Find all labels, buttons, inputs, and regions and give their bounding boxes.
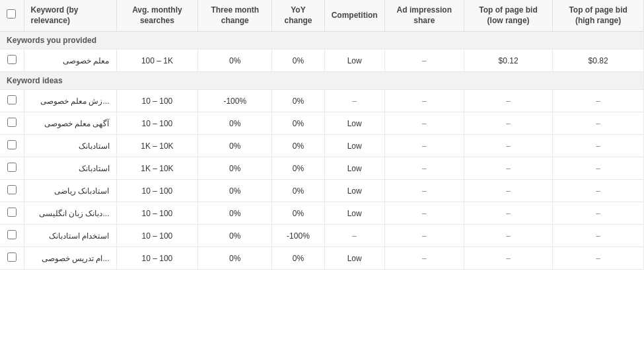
three-month-cell: 0% (198, 135, 272, 157)
ad-impression-cell: – (384, 247, 464, 270)
row-checkbox-cell[interactable] (0, 90, 24, 112)
avg-monthly-cell: 10 – 100 (116, 180, 198, 202)
top-bid-low-cell: – (464, 225, 552, 247)
section-title: Keywords you provided (0, 32, 644, 50)
three-month-header: Three month change (198, 0, 272, 32)
ad-impression-cell: – (384, 180, 464, 202)
yoy-cell: 0% (272, 50, 324, 72)
top-bid-low-cell: – (464, 180, 552, 202)
three-month-cell: 0% (198, 50, 272, 72)
keyword-cell: آگهی معلم خصوصی (24, 112, 116, 135)
competition-cell: Low (324, 202, 384, 225)
top-bid-low-label: Top of page bid (low range) (479, 5, 537, 25)
keyword-cell: استادبانک (24, 135, 116, 157)
row-checkbox-cell[interactable] (0, 202, 24, 225)
row-checkbox-cell[interactable] (0, 180, 24, 202)
yoy-cell: 0% (272, 135, 324, 157)
ad-impression-cell: – (384, 135, 464, 157)
row-checkbox-cell[interactable] (0, 112, 24, 135)
top-bid-high-cell: – (553, 225, 644, 247)
top-bid-low-cell: – (464, 202, 552, 225)
yoy-cell: 0% (272, 202, 324, 225)
row-checkbox-cell[interactable] (0, 225, 24, 247)
yoy-cell: -100% (272, 225, 324, 247)
table-row: آگهی معلم خصوصی10 – 1000%0%Low––– (0, 112, 644, 135)
avg-monthly-cell: 10 – 100 (116, 90, 198, 112)
table-row: معلم خصوصی100 – 1K0%0%Low–$0.12$0.82 (0, 50, 644, 72)
table-row: استادبانک ریاضی10 – 1000%0%Low––– (0, 180, 644, 202)
avg-monthly-cell: 10 – 100 (116, 202, 198, 225)
top-bid-high-cell: $0.82 (553, 50, 644, 72)
keyword-cell: استادبانک (24, 157, 116, 180)
competition-cell: Low (324, 112, 384, 135)
avg-monthly-cell: 1K – 10K (116, 135, 198, 157)
top-bid-high-cell: – (553, 112, 644, 135)
avg-monthly-cell: 10 – 100 (116, 247, 198, 270)
top-bid-low-cell: – (464, 90, 552, 112)
table-header-row: Keyword (by relevance) Avg. monthly sear… (0, 0, 644, 32)
top-bid-high-cell: – (553, 135, 644, 157)
table-container: Keyword (by relevance) Avg. monthly sear… (0, 0, 644, 270)
row-checkbox-cell[interactable] (0, 50, 24, 72)
row-checkbox[interactable] (7, 95, 17, 104)
row-checkbox-cell[interactable] (0, 247, 24, 270)
ad-impression-cell: – (384, 157, 464, 180)
top-bid-low-cell: $0.12 (464, 50, 552, 72)
section-header-row: Keyword ideas (0, 72, 644, 90)
yoy-header: YoY change (272, 0, 324, 32)
row-checkbox[interactable] (7, 140, 17, 149)
row-checkbox[interactable] (7, 252, 17, 262)
yoy-cell: 0% (272, 112, 324, 135)
table-row: ...ام تدریس خصوصی10 – 1000%0%Low––– (0, 247, 644, 270)
ad-impression-cell: – (384, 202, 464, 225)
row-checkbox-cell[interactable] (0, 135, 24, 157)
competition-cell: Low (324, 180, 384, 202)
competition-cell: Low (324, 247, 384, 270)
three-month-cell: 0% (198, 180, 272, 202)
three-month-cell: 0% (198, 202, 272, 225)
competition-cell: – (324, 225, 384, 247)
top-bid-low-header: Top of page bid (low range) (464, 0, 552, 32)
three-month-cell: 0% (198, 225, 272, 247)
top-bid-high-cell: – (553, 180, 644, 202)
avg-monthly-cell: 100 – 1K (116, 50, 198, 72)
avg-monthly-cell: 10 – 100 (116, 112, 198, 135)
table-row: استادبانک1K – 10K0%0%Low––– (0, 135, 644, 157)
select-all-header[interactable] (0, 0, 24, 32)
table-body: Keywords you providedمعلم خصوصی100 – 1K0… (0, 32, 644, 270)
competition-label: Competition (332, 11, 378, 20)
select-all-checkbox[interactable] (7, 9, 16, 19)
ad-impression-label: Ad impression share (397, 5, 452, 25)
competition-cell: Low (324, 50, 384, 72)
ad-impression-header: Ad impression share (384, 0, 464, 32)
avg-monthly-cell: 1K – 10K (116, 157, 198, 180)
row-checkbox-cell[interactable] (0, 157, 24, 180)
top-bid-high-label: Top of page bid (high range) (569, 5, 627, 25)
keyword-cell: ...زش معلم خصوصی (24, 90, 116, 112)
row-checkbox[interactable] (7, 185, 17, 194)
ad-impression-cell: – (384, 50, 464, 72)
keyword-cell: ...ام تدریس خصوصی (24, 247, 116, 270)
keyword-header-label: Keyword (by relevance) (31, 5, 79, 25)
competition-cell: Low (324, 135, 384, 157)
row-checkbox[interactable] (7, 230, 17, 239)
three-month-label: Three month change (211, 5, 259, 25)
row-checkbox[interactable] (7, 55, 17, 64)
yoy-cell: 0% (272, 90, 324, 112)
three-month-cell: -100% (198, 90, 272, 112)
yoy-cell: 0% (272, 247, 324, 270)
row-checkbox[interactable] (7, 208, 17, 217)
keyword-cell: استخدام استادبانک (24, 225, 116, 247)
top-bid-low-cell: – (464, 247, 552, 270)
yoy-cell: 0% (272, 180, 324, 202)
avg-monthly-label: Avg. monthly searches (132, 5, 182, 25)
three-month-cell: 0% (198, 247, 272, 270)
keyword-cell: استادبانک ریاضی (24, 180, 116, 202)
ad-impression-cell: – (384, 112, 464, 135)
top-bid-high-cell: – (553, 247, 644, 270)
row-checkbox[interactable] (7, 163, 17, 172)
competition-header: Competition (324, 0, 384, 32)
yoy-cell: 0% (272, 157, 324, 180)
row-checkbox[interactable] (7, 118, 17, 127)
section-title: Keyword ideas (0, 72, 644, 90)
